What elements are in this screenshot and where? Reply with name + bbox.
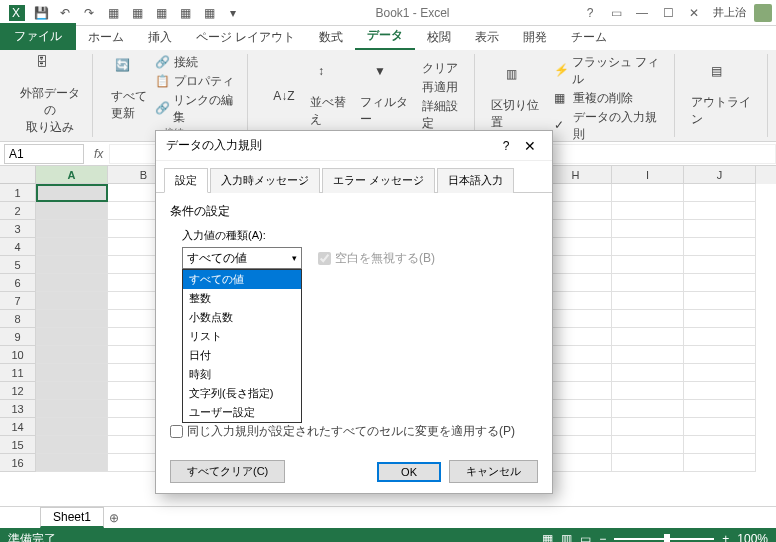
zoom-slider[interactable] [614,538,714,540]
edit-links-button[interactable]: 🔗リンクの編集 [155,92,239,126]
cell[interactable] [612,454,684,472]
dropdown-option[interactable]: 文字列(長さ指定) [183,384,301,403]
view-normal-icon[interactable]: ▦ [542,532,553,542]
text-to-columns-button[interactable]: ▥区切り位置 [491,67,548,131]
zoom-in-button[interactable]: + [722,532,729,542]
cell[interactable] [612,202,684,220]
dialog-tab-settings[interactable]: 設定 [164,168,208,193]
qat-item-icon[interactable]: ▾ [224,4,242,22]
cell[interactable] [684,310,756,328]
cell[interactable] [684,256,756,274]
dropdown-option[interactable]: すべての値 [183,270,301,289]
help-icon[interactable]: ? [579,3,601,23]
cell[interactable] [36,400,108,418]
col-header[interactable]: J [684,166,756,184]
cell[interactable] [684,364,756,382]
apply-all-checkbox[interactable]: 同じ入力規則が設定されたすべてのセルに変更を適用する(P) [170,423,538,440]
row-header[interactable]: 6 [0,274,36,292]
tab-team[interactable]: チーム [559,25,619,50]
close-icon[interactable]: ✕ [683,3,705,23]
select-all-corner[interactable] [0,166,36,184]
qat-item-icon[interactable]: ▦ [152,4,170,22]
cell[interactable] [684,274,756,292]
filter-button[interactable]: ▼フィルター [360,64,416,128]
flash-fill-button[interactable]: ⚡フラッシュ フィル [554,54,666,88]
cell[interactable] [684,418,756,436]
cell[interactable] [612,310,684,328]
row-header[interactable]: 9 [0,328,36,346]
dropdown-option[interactable]: 整数 [183,289,301,308]
cell[interactable] [684,292,756,310]
tab-data[interactable]: データ [355,23,415,50]
dialog-close-button[interactable]: ✕ [518,138,542,154]
avatar[interactable] [754,4,772,22]
cell[interactable] [36,310,108,328]
row-header[interactable]: 12 [0,382,36,400]
get-external-data-button[interactable]: 🗄外部データの 取り込み [16,55,84,136]
cell[interactable] [612,184,684,202]
dropdown-option[interactable]: リスト [183,327,301,346]
cell[interactable] [684,202,756,220]
cell[interactable] [684,382,756,400]
connections-button[interactable]: 🔗接続 [155,54,239,71]
cell[interactable] [36,184,108,202]
clear-filter-button[interactable]: クリア [422,60,466,77]
dialog-tab-input[interactable]: 入力時メッセージ [210,168,320,193]
maximize-icon[interactable]: ☐ [657,3,679,23]
remove-duplicates-button[interactable]: ▦重複の削除 [554,90,666,107]
cell[interactable] [36,418,108,436]
sort-az-button[interactable]: A↓Z [264,89,304,103]
dropdown-option[interactable]: 日付 [183,346,301,365]
cell[interactable] [684,400,756,418]
reapply-button[interactable]: 再適用 [422,79,466,96]
row-header[interactable]: 2 [0,202,36,220]
cell[interactable] [684,328,756,346]
cell[interactable] [36,346,108,364]
properties-button[interactable]: 📋プロパティ [155,73,239,90]
cell[interactable] [36,292,108,310]
dialog-tab-error[interactable]: エラー メッセージ [322,168,435,193]
tab-pagelayout[interactable]: ページ レイアウト [184,25,307,50]
qat-item-icon[interactable]: ▦ [128,4,146,22]
cell[interactable] [612,238,684,256]
fx-icon[interactable]: fx [88,147,109,161]
tab-insert[interactable]: 挿入 [136,25,184,50]
refresh-all-button[interactable]: 🔄すべて 更新 [109,58,149,122]
tab-view[interactable]: 表示 [463,25,511,50]
dropdown-option[interactable]: ユーザー設定 [183,403,301,422]
view-break-icon[interactable]: ▭ [580,532,591,542]
view-page-icon[interactable]: ▥ [561,532,572,542]
tab-file[interactable]: ファイル [0,23,76,50]
tab-home[interactable]: ホーム [76,25,136,50]
cell[interactable] [684,184,756,202]
dropdown-option[interactable]: 小数点数 [183,308,301,327]
cell[interactable] [612,400,684,418]
cell[interactable] [36,202,108,220]
cell[interactable] [612,418,684,436]
cell[interactable] [36,454,108,472]
qat-item-icon[interactable]: ▦ [176,4,194,22]
sheet-tab[interactable]: Sheet1 [40,507,104,528]
ok-button[interactable]: OK [377,462,441,482]
qat-item-icon[interactable]: ▦ [200,4,218,22]
cell[interactable] [612,256,684,274]
clear-all-button[interactable]: すべてクリア(C) [170,460,285,483]
dialog-tab-ime[interactable]: 日本語入力 [437,168,514,193]
cell[interactable] [36,436,108,454]
cell[interactable] [684,436,756,454]
cell[interactable] [612,382,684,400]
minimize-icon[interactable]: — [631,3,653,23]
cell[interactable] [612,292,684,310]
row-header[interactable]: 8 [0,310,36,328]
new-sheet-button[interactable]: ⊕ [104,511,124,525]
tab-formulas[interactable]: 数式 [307,25,355,50]
cell[interactable] [36,274,108,292]
row-header[interactable]: 14 [0,418,36,436]
row-header[interactable]: 1 [0,184,36,202]
cell[interactable] [684,454,756,472]
qat-item-icon[interactable]: ▦ [104,4,122,22]
cell[interactable] [36,220,108,238]
cell[interactable] [612,346,684,364]
row-header[interactable]: 5 [0,256,36,274]
cell[interactable] [612,364,684,382]
